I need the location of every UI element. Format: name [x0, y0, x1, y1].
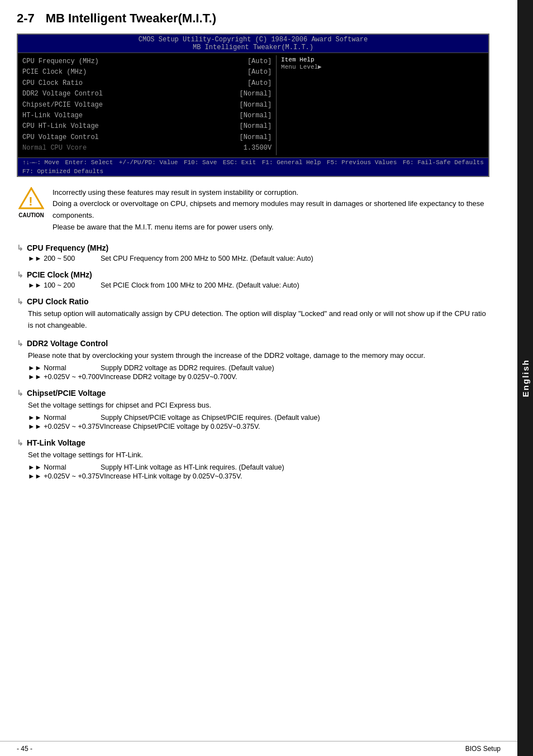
bios-row-cpu-ht-link: CPU HT-Link Voltage [Normal] [22, 121, 272, 132]
bios-footer-prev: F5: Previous Values [327, 159, 397, 166]
section-number: 2-7 [17, 11, 35, 25]
bios-row-pcie-clock: PCIE Clock (MHz) [Auto] [22, 67, 272, 78]
bios-row-cpu-voltage-ctrl: CPU Voltage Control [Normal] [22, 132, 272, 143]
caution-text: Incorrectly using these features may res… [53, 187, 489, 233]
section-heading-pcie-clock: ↳PCIE Clock (MHz) [17, 270, 489, 279]
bios-footer-select: Enter: Select [65, 159, 113, 166]
sub-item: ►► NormalSupply HT-Link voltage as HT-Li… [28, 463, 489, 471]
bios-footer-general-help: F1: General Help [262, 159, 321, 166]
section-heading-cpu-clock-ratio: ↳CPU Clock Ratio [17, 297, 489, 306]
section-heading-ht-link-voltage: ↳HT-Link Voltage [17, 438, 489, 447]
sub-bullet: ►► 100 ~ 200 [28, 281, 101, 289]
section-desc-ht-link-voltage: Set the voltage settings for HT-Link. [28, 449, 489, 461]
section-arrow-icon: ↳ [17, 389, 23, 398]
bios-body: CPU Frequency (MHz) [Auto] PCIE Clock (M… [18, 53, 488, 157]
bios-footer-save: F10: Save [184, 159, 217, 166]
bios-menu-left: CPU Frequency (MHz) [Auto] PCIE Clock (M… [18, 55, 277, 155]
section-heading-text: PCIE Clock (MHz) [27, 270, 92, 279]
bios-row-chipset-pcie: Chipset/PCIE Voltage [Normal] [22, 100, 272, 111]
section-heading-cpu-freq: ↳CPU Frequency (MHz) [17, 243, 489, 252]
section-chipset-pcie-voltage: ↳Chipset/PCIE VoltageSet the voltage set… [17, 389, 489, 430]
section-heading-ddr2-voltage: ↳DDR2 Voltage Control [17, 339, 489, 348]
sub-bullet: ►► Normal [28, 414, 101, 422]
bios-row-cpu-clock-ratio: CPU Clock Ratio [Auto] [22, 78, 272, 89]
bios-footer-move: ↑↓→←: Move [22, 159, 59, 166]
section-heading-text: CPU Clock Ratio [27, 297, 88, 306]
caution-label: CAUTION [17, 212, 46, 218]
page-number: - 45 - [17, 745, 32, 753]
section-arrow-icon: ↳ [17, 270, 23, 279]
section-desc-chipset-pcie-voltage: Set the voltage settings for chipset and… [28, 400, 489, 412]
section-heading-text: DDR2 Voltage Control [27, 339, 108, 348]
caution-icon: ! CAUTION [17, 187, 46, 218]
sub-bullet: ►► 200 ~ 500 [28, 255, 101, 262]
sub-item: ►► NormalSupply DDR2 voltage as DDR2 req… [28, 364, 489, 372]
sub-desc: Increase HT-Link voltage by 0.025V~0.375… [104, 472, 242, 480]
title-text: MB Intelligent Tweaker(M.I.T.) [46, 11, 216, 25]
side-tab: English [517, 0, 533, 756]
sub-item: ►► +0.025V ~ +0.375VIncrease Chipset/PCI… [28, 423, 489, 430]
sub-desc: Set PCIE Clock from 100 MHz to 200 MHz. … [101, 281, 299, 289]
bios-header: CMOS Setup Utility-Copyright (C) 1984-20… [18, 35, 488, 53]
main-content: 2-7MB Intelligent Tweaker(M.I.T.) CMOS S… [0, 0, 517, 499]
section-heading-chipset-pcie-voltage: ↳Chipset/PCIE Voltage [17, 389, 489, 398]
sub-desc: Supply HT-Link voltage as HT-Link requir… [101, 463, 284, 471]
bios-menu-right: Item Help Menu Level▶ [277, 55, 488, 155]
sub-item: ►► +0.025V ~ +0.700VIncrease DDR2 voltag… [28, 373, 489, 381]
section-arrow-icon: ↳ [17, 297, 23, 306]
bios-footer-failsafe: F6: Fail-Safe Defaults [403, 159, 484, 166]
page-title: 2-7MB Intelligent Tweaker(M.I.T.) [17, 11, 489, 26]
section-arrow-icon: ↳ [17, 243, 23, 252]
caution-text-2: Doing a overclock or overvoltage on CPU,… [53, 198, 489, 222]
sub-item: ►► +0.025V ~ +0.375VIncrease HT-Link vol… [28, 472, 489, 480]
caution-text-1: Incorrectly using these features may res… [53, 187, 489, 199]
section-arrow-icon: ↳ [17, 339, 23, 348]
sub-bullet: ►► +0.025V ~ +0.375V [28, 423, 104, 430]
sub-desc: Increase Chipset/PCIE voltage by 0.025V~… [104, 423, 260, 430]
sections-container: ↳CPU Frequency (MHz)►► 200 ~ 500Set CPU … [17, 243, 489, 480]
section-ht-link-voltage: ↳HT-Link VoltageSet the voltage settings… [17, 438, 489, 480]
page-label: BIOS Setup [465, 745, 501, 753]
sub-item: ►► 100 ~ 200Set PCIE Clock from 100 MHz … [28, 281, 489, 289]
sub-bullet: ►► Normal [28, 463, 101, 471]
bios-header-line2: MB Intelligent Tweaker(M.I.T.) [18, 44, 488, 51]
bios-row-ht-link: HT-Link Voltage [Normal] [22, 111, 272, 121]
section-cpu-clock-ratio: ↳CPU Clock RatioThis setup option will a… [17, 297, 489, 332]
sub-item: ►► NormalSupply Chipset/PCIE voltage as … [28, 414, 489, 422]
sub-bullet: ►► +0.025V ~ +0.375V [28, 472, 104, 480]
sub-desc: Supply DDR2 voltage as DDR2 requires. (D… [101, 364, 274, 372]
sub-item: ►► 200 ~ 500Set CPU Frequency from 200 M… [28, 255, 489, 262]
bios-row-ddr2-voltage: DDR2 Voltage Control [Normal] [22, 89, 272, 99]
svg-text:!: ! [28, 194, 32, 208]
caution-text-3: Please be aware that the M.I.T. menu ite… [53, 222, 489, 233]
caution-box: ! CAUTION Incorrectly using these featur… [17, 187, 489, 233]
sub-bullet: ►► +0.025V ~ +0.700V [28, 373, 104, 381]
bios-footer-value: +/-/PU/PD: Value [119, 159, 178, 166]
section-heading-text: Chipset/PCIE Voltage [27, 389, 106, 398]
bios-row-normal-vcore: Normal CPU Vcore 1.3500V [22, 143, 272, 154]
bios-item-help-label: Item Help [281, 56, 484, 63]
section-cpu-freq: ↳CPU Frequency (MHz)►► 200 ~ 500Set CPU … [17, 243, 489, 262]
bottom-bar: - 45 - BIOS Setup [0, 741, 517, 756]
bios-menu-level: Menu Level▶ [281, 63, 484, 70]
section-desc-ddr2-voltage: Please note that by overclocking your sy… [28, 350, 489, 362]
section-arrow-icon: ↳ [17, 438, 23, 447]
sub-desc: Supply Chipset/PCIE voltage as Chipset/P… [101, 414, 320, 422]
side-tab-label: English [521, 359, 530, 397]
bios-screenshot: CMOS Setup Utility-Copyright (C) 1984-20… [17, 34, 489, 177]
bios-footer-exit: ESC: Exit [223, 159, 256, 166]
sub-bullet: ►► Normal [28, 364, 101, 372]
section-pcie-clock: ↳PCIE Clock (MHz)►► 100 ~ 200Set PCIE Cl… [17, 270, 489, 289]
sub-desc: Set CPU Frequency from 200 MHz to 500 MH… [101, 255, 313, 262]
bios-footer: ↑↓→←: Move Enter: Select +/-/PU/PD: Valu… [18, 157, 488, 176]
section-ddr2-voltage: ↳DDR2 Voltage ControlPlease note that by… [17, 339, 489, 381]
bios-footer-optimized: F7: Optimized Defaults [22, 168, 103, 175]
bios-row-cpu-freq: CPU Frequency (MHz) [Auto] [22, 56, 272, 67]
section-heading-text: CPU Frequency (MHz) [27, 243, 108, 252]
sub-desc: Increase DDR2 voltage by 0.025V~0.700V. [104, 373, 237, 381]
bios-header-line1: CMOS Setup Utility-Copyright (C) 1984-20… [18, 36, 488, 44]
section-heading-text: HT-Link Voltage [27, 438, 85, 447]
caution-triangle-icon: ! [18, 187, 44, 209]
section-desc-cpu-clock-ratio: This setup option will automatically ass… [28, 308, 489, 332]
